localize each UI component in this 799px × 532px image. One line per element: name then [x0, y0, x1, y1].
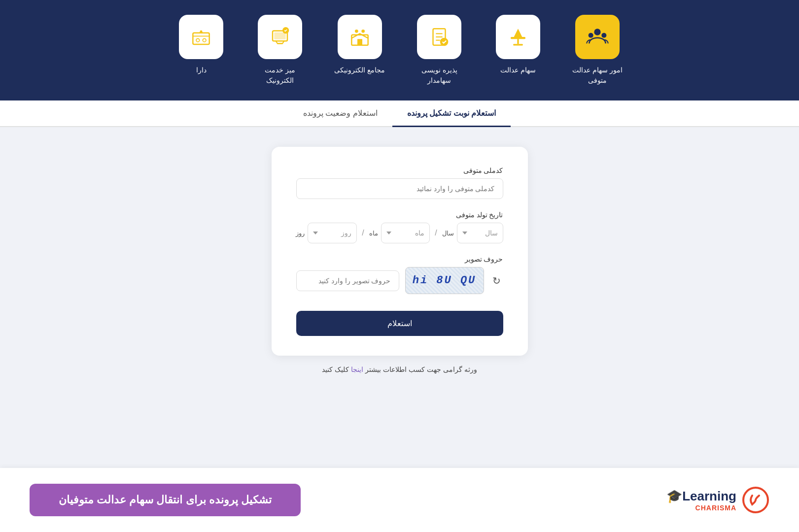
logo-icon-svg [742, 487, 769, 514]
service-miz-khedmat[interactable]: میز خدمتالکترونیک [255, 15, 305, 86]
service-dara[interactable]: دارا [176, 15, 226, 75]
captcha-label: حروف تصویر [296, 255, 503, 263]
service-icon-pazireh [417, 15, 461, 59]
service-label-majame: مجامع الکترونیکی [334, 65, 385, 75]
info-prefix: ورثه گرامی جهت کسب اطلاعات بیشتر [365, 366, 477, 373]
service-label-sahm-edalat: سهام عدالت [500, 65, 536, 75]
svg-point-0 [594, 29, 600, 35]
birth-date-label: تاریخ تولد متوفی [296, 211, 503, 219]
form-card: کدملی متوفی تاریخ تولد متوفی سال سال / م… [272, 147, 528, 356]
date-row: سال سال / ماه ماه / روز روز [296, 223, 503, 243]
submit-button[interactable]: استعلام [296, 311, 503, 336]
service-icon-sahm-edalat [496, 15, 540, 59]
service-icon-miz-khedmat [258, 15, 302, 59]
deceased-code-label: کدملی متوفی [296, 166, 503, 174]
captcha-row: ↻ hi 8U QU [296, 267, 503, 294]
svg-rect-12 [357, 39, 362, 45]
svg-rect-3 [511, 37, 525, 39]
footer-title-box: تشکیل پرونده برای انتقال سهام عدالت متوف… [30, 484, 301, 516]
svg-point-10 [440, 38, 449, 46]
tabs-container: استعلام نوبت تشکیل پرونده استعلام وضعیت … [0, 100, 799, 127]
svg-point-1 [589, 33, 593, 38]
captcha-image: hi 8U QU [405, 267, 484, 294]
service-label-miz-khedmat: میز خدمتالکترونیک [265, 65, 295, 86]
divider-2: / [362, 229, 364, 237]
birth-date-group: تاریخ تولد متوفی سال سال / ماه ماه / [296, 211, 503, 243]
day-label: روز [296, 230, 305, 237]
logo-learning-text: Learning🎓 [666, 489, 736, 504]
service-icon-majame [338, 15, 382, 59]
captcha-group: حروف تصویر ↻ hi 8U QU [296, 255, 503, 294]
deceased-code-input[interactable] [296, 178, 503, 199]
logo-charisma-text: CHARISMA [666, 504, 736, 512]
year-select[interactable]: سال [457, 223, 503, 243]
divider-1: / [435, 229, 437, 237]
svg-rect-4 [517, 39, 519, 44]
logo-text: Learning🎓 CHARISMA [666, 489, 736, 512]
deceased-code-group: کدملی متوفی [296, 166, 503, 199]
tab-inquiry-queue[interactable]: استعلام نوبت تشکیل پرونده [392, 100, 511, 127]
svg-point-14 [361, 30, 365, 33]
service-label-pazireh: پذیره نویسیسهامدار [421, 65, 457, 86]
day-group: روز روز [296, 223, 357, 243]
service-sahm-edalat[interactable]: سهام عدالت [493, 15, 543, 75]
month-label: ماه [369, 230, 378, 237]
info-suffix: کلیک کنید [322, 366, 349, 373]
info-text: ورثه گرامی جهت کسب اطلاعات بیشتر اینجا ک… [322, 366, 477, 373]
info-link[interactable]: اینجا [351, 366, 363, 373]
main-content: کدملی متوفی تاریخ تولد متوفی سال سال / م… [0, 127, 799, 393]
captcha-input[interactable] [296, 270, 399, 291]
footer-title: تشکیل پرونده برای انتقال سهام عدالت متوف… [59, 494, 272, 506]
svg-rect-5 [513, 44, 523, 45]
year-group: سال سال [442, 223, 503, 243]
service-icon-dara [179, 15, 223, 59]
svg-point-21 [196, 38, 200, 42]
svg-rect-19 [193, 33, 209, 44]
tab-inquiry-status[interactable]: استعلام وضعیت پرونده [288, 100, 392, 127]
captcha-refresh-icon[interactable]: ↻ [490, 272, 503, 289]
top-banner: امور سهام عدالتمتوفی سهام عدالت پذیره نو [0, 0, 799, 100]
service-label-dara: دارا [196, 65, 207, 75]
footer-logo: Learning🎓 CHARISMA [666, 487, 769, 514]
service-amoor-sahm[interactable]: امور سهام عدالتمتوفی [572, 15, 623, 86]
svg-point-2 [601, 33, 606, 38]
service-icon-amoor-sahm [575, 15, 620, 59]
service-label-amoor-sahm: امور سهام عدالتمتوفی [572, 65, 623, 86]
service-pazireh[interactable]: پذیره نویسیسهامدار [415, 15, 464, 86]
month-select[interactable]: ماه [381, 223, 430, 243]
month-group: ماه ماه [369, 223, 430, 243]
day-select[interactable]: روز [308, 223, 357, 243]
svg-rect-16 [275, 33, 286, 39]
svg-point-13 [355, 30, 358, 33]
service-majame[interactable]: مجامع الکترونیکی [334, 15, 385, 75]
footer: Learning🎓 CHARISMA تشکیل پرونده برای انت… [0, 468, 799, 532]
year-label: سال [442, 230, 454, 237]
svg-point-22 [203, 38, 207, 42]
